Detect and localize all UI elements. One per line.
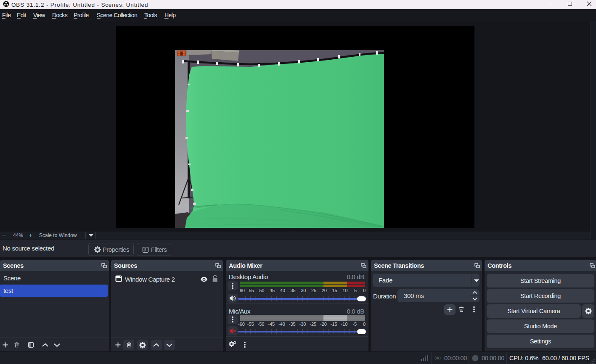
svg-text:-35: -35 (289, 288, 296, 293)
svg-text:-40: -40 (278, 288, 285, 293)
svg-text:-35: -35 (289, 322, 296, 327)
svg-text:-30: -30 (299, 288, 306, 293)
svg-text:-25: -25 (310, 288, 316, 293)
svg-text:-45: -45 (268, 322, 275, 327)
svg-text:-10: -10 (341, 288, 348, 293)
svg-text:-20: -20 (320, 288, 327, 293)
svg-text:0: 0 (363, 288, 366, 293)
svg-text:-5: -5 (352, 288, 357, 293)
svg-text:-60: -60 (238, 322, 245, 327)
svg-text:-5: -5 (352, 322, 357, 327)
svg-text:-20: -20 (320, 322, 327, 327)
svg-text:-30: -30 (299, 322, 306, 327)
svg-text:-10: -10 (341, 322, 348, 327)
svg-text:-25: -25 (310, 322, 316, 327)
svg-text:-15: -15 (331, 288, 337, 293)
svg-text:-55: -55 (247, 322, 254, 327)
svg-text:-60: -60 (238, 288, 245, 293)
svg-text:-45: -45 (268, 288, 275, 293)
svg-text:-50: -50 (258, 288, 265, 293)
svg-text:-55: -55 (247, 288, 254, 293)
svg-text:-15: -15 (331, 322, 337, 327)
svg-text:-40: -40 (278, 322, 285, 327)
svg-text:-50: -50 (258, 322, 265, 327)
svg-text:0: 0 (363, 322, 366, 327)
